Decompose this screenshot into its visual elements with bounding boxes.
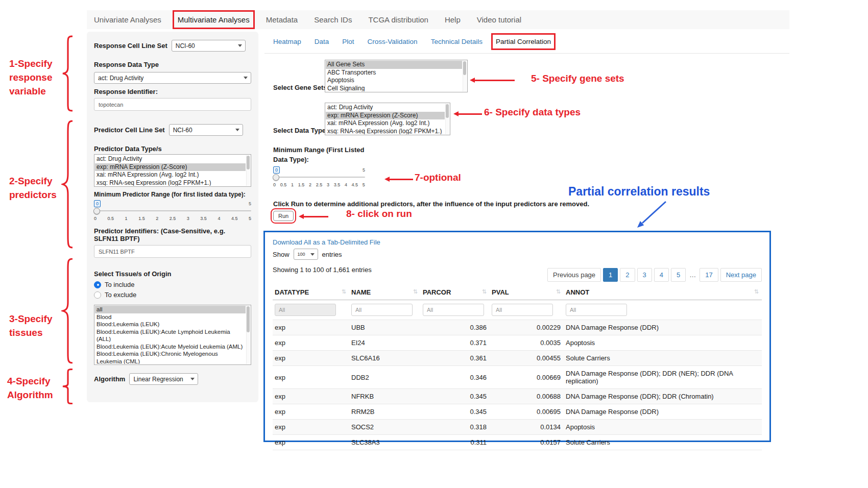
option-blood-leukemia-leuk-acute-lymphoid-leukemia-all[interactable]: Blood:Leukemia (LEUK):Acute Lymphoid Leu… [95, 328, 246, 343]
previous-page-button[interactable]: Previous page [547, 268, 601, 282]
scrollbar-thumb[interactable] [446, 104, 449, 118]
column-header-parcor[interactable]: ⇅PARCOR [421, 285, 490, 300]
download-link[interactable]: Download All as a Tab-Delimited File [273, 238, 380, 246]
scrollbar[interactable] [246, 306, 250, 364]
option-exp-mrna-expression-z-score[interactable]: exp: mRNA Expression (Z-Score) [95, 163, 246, 172]
option-xsq-rna-seq-expression-log2-fpkm-1[interactable]: xsq: RNA-seq Expression (log2 FPKM+1.) [326, 128, 445, 135]
page-button-17[interactable]: 17 [700, 268, 718, 282]
cell-parcor: 0.386 [421, 320, 490, 335]
predictor-data-types-listbox[interactable]: act: Drug Activityexp: mRNA Expression (… [94, 154, 251, 187]
scrollbar-thumb[interactable] [463, 61, 466, 75]
slider-handle[interactable] [273, 174, 279, 181]
option-act-drug-activity[interactable]: act: Drug Activity [95, 155, 246, 163]
sort-icon[interactable]: ⇅ [342, 288, 346, 295]
column-header-pval[interactable]: ⇅PVAL [490, 285, 564, 300]
table-row[interactable]: expDDB20.3460.00669DNA Damage Response (… [273, 366, 762, 389]
option-xsq-rna-seq-expression-log2-fpkm-1[interactable]: xsq: RNA-seq Expression (log2 FPKM+1.) [95, 179, 246, 186]
option-blood-leukemia-leuk[interactable]: Blood:Leukemia (LEUK) [95, 321, 246, 328]
option-blood[interactable]: Blood [95, 313, 246, 321]
table-row[interactable]: expSLC6A160.3610.00455Solute Carriers [273, 351, 762, 366]
nav-item-metadata[interactable]: Metadata [266, 15, 298, 24]
cell-pval: 0.0035 [490, 335, 564, 351]
sort-icon[interactable]: ⇅ [482, 288, 487, 295]
tissue-exclude-radio[interactable]: To exclude [94, 291, 251, 299]
tab-heatmap[interactable]: Heatmap [273, 38, 301, 45]
page-button-2[interactable]: 2 [620, 268, 635, 282]
tab-plot[interactable]: Plot [342, 38, 354, 45]
run-button[interactable]: Run [273, 211, 294, 221]
page-button-4[interactable]: 4 [654, 268, 669, 282]
nav-item-search-ids[interactable]: Search IDs [314, 15, 352, 24]
show-entries-select[interactable]: 100 [294, 249, 318, 260]
gene-sets-listbox[interactable]: All Gene SetsABC TransportersApoptosisCe… [325, 60, 468, 92]
slider-handle[interactable] [93, 208, 100, 214]
column-header-name[interactable]: ⇅NAME [349, 285, 421, 300]
option-exp-mrna-expression-z-score[interactable]: exp: mRNA Expression (Z-Score) [326, 112, 445, 120]
table-row[interactable]: expEI240.3710.0035Apoptosis [273, 335, 762, 351]
slider-track[interactable] [273, 175, 365, 179]
next-page-button[interactable]: Next page [720, 268, 762, 282]
option-all[interactable]: all [95, 306, 246, 313]
option-blood-leukemia-leuk-chronic-myelogenous-leukemia-cml[interactable]: Blood:Leukemia (LEUK):Chronic Myelogenou… [95, 350, 246, 364]
filter-input-annot[interactable] [566, 304, 627, 316]
table-row[interactable]: expRRM2B0.3450.00695DNA Damage Response … [273, 404, 762, 420]
min-predictor-range-slider[interactable]: 0 5 00.511.522.533.544.55 [94, 200, 251, 221]
filter-input-pval[interactable] [492, 304, 553, 316]
cell-datatype: exp [273, 351, 349, 366]
sort-icon[interactable]: ⇅ [413, 288, 418, 295]
slider-track[interactable] [94, 209, 251, 213]
option-xai-mrna-expression-avg-log2-int[interactable]: xai: mRNA Expression (Avg. log2 Int.) [326, 119, 445, 128]
table-row[interactable]: expNFRKB0.3450.00688DNA Damage Response … [273, 389, 762, 404]
annotation-brace-4 [61, 369, 73, 404]
column-header-datatype[interactable]: ⇅DATATYPE [273, 285, 349, 300]
table-row[interactable]: expSOCS20.3180.0134Apoptosis [273, 420, 762, 435]
filter-input-parcor[interactable] [423, 304, 484, 316]
tab-data[interactable]: Data [315, 38, 329, 45]
page-button-5[interactable]: 5 [671, 268, 686, 282]
cell-annot: DNA Damage Response (DDR) [564, 320, 762, 335]
nav-item-video-tutorial[interactable]: Video tutorial [477, 15, 521, 24]
column-header-annot[interactable]: ⇅ANNOT [564, 285, 762, 300]
scrollbar-thumb[interactable] [247, 306, 250, 332]
table-row[interactable]: expUBB0.3860.00229DNA Damage Response (D… [273, 320, 762, 335]
nav-item-tcga-distribution[interactable]: TCGA distribution [368, 15, 428, 24]
tick-label: 2 [309, 182, 311, 187]
sort-icon[interactable]: ⇅ [556, 288, 561, 295]
option-apoptosis[interactable]: Apoptosis [326, 77, 462, 85]
page-button-1[interactable]: 1 [603, 268, 618, 282]
filter-input-name[interactable] [351, 304, 413, 316]
min-range-slider[interactable]: 0 5 00.511.522.533.544.55 [273, 166, 365, 187]
response-data-type-select[interactable]: act: Drug Activity [94, 72, 251, 84]
nav-item-univariate-analyses[interactable]: Univariate Analyses [94, 15, 161, 24]
scrollbar-thumb[interactable] [247, 156, 250, 169]
scrollbar[interactable] [463, 61, 467, 91]
scrollbar[interactable] [445, 104, 449, 134]
predictor-cell-line-set-select[interactable]: NCI-60 [169, 124, 243, 136]
sort-icon[interactable]: ⇅ [754, 288, 759, 295]
algorithm-select[interactable]: Linear Regression [129, 373, 198, 385]
response-identifier-input[interactable] [94, 98, 251, 111]
filter-input-datatype[interactable] [275, 304, 336, 316]
nav-item-multivariate-analyses[interactable]: Multivariate Analyses [178, 15, 250, 24]
cellminer-multivariate-page: Univariate AnalysesMultivariate Analyses… [0, 0, 868, 488]
tissue-listbox[interactable]: allBloodBlood:Leukemia (LEUK)Blood:Leuke… [94, 305, 251, 365]
option-abc-transporters[interactable]: ABC Transporters [326, 69, 462, 77]
tab-cross-validation[interactable]: Cross-Validation [368, 38, 418, 45]
tissue-include-radio[interactable]: To include [94, 281, 251, 288]
slider-max-label: 5 [363, 167, 365, 173]
data-types-listbox[interactable]: act: Drug Activityexp: mRNA Expression (… [325, 103, 450, 135]
scrollbar[interactable] [246, 155, 250, 186]
option-cell-signaling[interactable]: Cell Signaling [326, 85, 462, 92]
table-row[interactable]: expSLC38A30.3110.0157Solute Carriers [273, 435, 762, 450]
option-all-gene-sets[interactable]: All Gene Sets [326, 61, 462, 69]
option-act-drug-activity[interactable]: act: Drug Activity [326, 104, 445, 112]
radio-selected-icon [94, 281, 101, 288]
tab-technical-details[interactable]: Technical Details [431, 38, 483, 45]
option-blood-leukemia-leuk-acute-myeloid-leukemia-aml[interactable]: Blood:Leukemia (LEUK):Acute Myeloid Leuk… [95, 343, 246, 351]
page-button-3[interactable]: 3 [637, 268, 652, 282]
response-cell-line-set-select[interactable]: NCI-60 [172, 40, 246, 52]
predictor-identifiers-input[interactable] [94, 245, 251, 258]
option-xai-mrna-expression-avg-log2-int[interactable]: xai: mRNA Expression (Avg. log2 Int.) [95, 171, 246, 179]
tab-partial-correlation[interactable]: Partial Correlation [496, 38, 551, 45]
nav-item-help[interactable]: Help [445, 15, 461, 24]
